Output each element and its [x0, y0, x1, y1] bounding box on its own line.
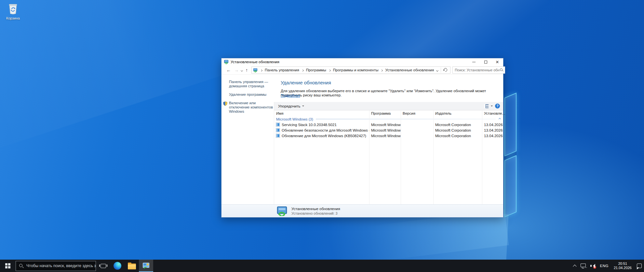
volume-muted-badge: ✕ — [593, 266, 596, 269]
address-dropdown[interactable] — [436, 68, 438, 72]
column-divider[interactable] — [482, 110, 482, 204]
sidebar-item-control-panel-home[interactable]: Панель управления — домашняя страница — [229, 80, 269, 88]
column-divider[interactable] — [433, 110, 434, 204]
maximize-button[interactable] — [480, 58, 491, 65]
uac-shield-icon — [223, 101, 227, 107]
back-button[interactable]: ← — [225, 68, 233, 72]
update-row[interactable]: Обновление для Microsoft Windows (KB5082… — [274, 133, 503, 138]
breadcrumb-app-icon — [253, 68, 258, 72]
page-description: Для удаления обновления выберите его в с… — [281, 89, 499, 97]
address-bar: ← → ↑ Панель управления Програм — [221, 65, 503, 75]
address-divider — [441, 67, 441, 73]
organize-button[interactable]: Упорядочить — [277, 104, 305, 109]
action-center-icon — [637, 264, 642, 268]
navigation-pane: Панель управления — домашняя страница Уд… — [221, 75, 274, 204]
update-program: Microsoft Windows — [369, 134, 401, 138]
edge-icon — [114, 262, 121, 270]
update-row[interactable]: Servicing Stack 10.0.20348.5021 Microsof… — [274, 122, 503, 127]
column-header-publisher[interactable]: Издатель — [433, 111, 482, 115]
update-installed-date: 13.04.2026 — [482, 134, 503, 138]
installed-updates-window: Установленные обновления ✕ ← → ↑ — [221, 58, 503, 218]
hidden-icons-button[interactable] — [571, 260, 578, 272]
window-body: Панель управления — домашняя страница Уд… — [221, 75, 503, 204]
network-icon — [581, 264, 586, 267]
window-titlebar[interactable]: Установленные обновления ✕ — [221, 58, 503, 65]
page-title: Удаление обновления — [281, 80, 331, 85]
installed-updates-taskbar-button[interactable] — [139, 260, 153, 272]
breadcrumb[interactable]: Панель управления Программы Программы и … — [251, 66, 450, 74]
recent-pages-dropdown[interactable] — [241, 68, 243, 72]
update-name: Обновление безопасности для Microsoft Wi… — [282, 128, 369, 132]
sidebar-item-uninstall-program[interactable]: Удаление программы — [229, 93, 269, 97]
help-icon[interactable]: ? — [495, 104, 500, 108]
network-button[interactable] — [578, 260, 588, 272]
recycle-bin-shortcut[interactable]: Корзина — [2, 3, 24, 20]
column-header-version[interactable]: Версия — [401, 111, 433, 115]
explorer-search-input[interactable] — [455, 68, 500, 72]
start-button[interactable] — [0, 260, 16, 272]
minimize-button[interactable] — [468, 58, 480, 65]
minimize-icon — [472, 62, 476, 62]
taskbar-search-input[interactable] — [26, 264, 96, 268]
update-name: Servicing Stack 10.0.20348.5021 — [282, 123, 337, 127]
maximize-icon — [484, 61, 487, 64]
action-center-button[interactable] — [635, 260, 644, 272]
clock-time: 20:51 — [614, 262, 632, 266]
edge-button[interactable] — [110, 260, 125, 272]
update-row[interactable]: Обновление безопасности для Microsoft Wi… — [274, 127, 503, 133]
close-button[interactable]: ✕ — [491, 58, 503, 65]
system-tray: ✕ ENG 20:51 21.04.2026 — [571, 260, 644, 272]
desktop: Корзина Установленные обновления ✕ ← → — [0, 0, 644, 272]
update-name: Обновление для Microsoft Windows (KB5082… — [282, 134, 366, 138]
crumb-programs[interactable]: Программы — [305, 68, 327, 72]
installed-updates-icon — [277, 206, 287, 216]
taskbar: ✕ ENG 20:51 21.04.2026 — [0, 260, 644, 272]
taskbar-search[interactable] — [16, 261, 96, 271]
update-publisher: Microsoft Corporation — [433, 123, 482, 127]
update-icon — [276, 122, 280, 127]
taskbar-clock[interactable]: 20:51 21.04.2026 — [611, 262, 635, 270]
crumb-installed-updates[interactable]: Установленные обновления — [384, 68, 435, 72]
volume-muted-icon: ✕ — [590, 264, 596, 268]
close-icon: ✕ — [496, 60, 499, 64]
folder-icon — [128, 264, 136, 269]
details-pane: Установленные обновления Установлено обн… — [221, 204, 503, 217]
update-icon — [276, 134, 280, 138]
crumb-separator-icon — [302, 68, 303, 72]
more-info-link[interactable]: Подробнее — [281, 93, 300, 97]
crumb-separator-icon — [381, 68, 382, 72]
file-explorer-button[interactable] — [125, 260, 139, 272]
crumb-programs-and-features[interactable]: Программы и компоненты — [332, 68, 379, 72]
group-label[interactable]: Microsoft Windows (3) — [276, 117, 313, 121]
column-divider[interactable] — [369, 110, 369, 204]
column-header-name[interactable]: Имя — [274, 111, 369, 115]
search-icon — [500, 68, 503, 72]
task-view-button[interactable] — [96, 260, 110, 272]
crumb-separator-icon — [261, 68, 262, 72]
change-view-dropdown-icon[interactable] — [491, 106, 493, 107]
language-indicator[interactable]: ENG — [598, 260, 611, 272]
group-collapse-icon[interactable] — [498, 118, 501, 121]
refresh-button[interactable] — [442, 68, 449, 72]
column-divider[interactable] — [401, 110, 401, 204]
crumb-control-panel[interactable]: Панель управления — [264, 68, 300, 72]
up-button[interactable]: ↑ — [244, 68, 249, 72]
sidebar-item-windows-features[interactable]: Включение или отключение компонентов Win… — [229, 101, 273, 114]
update-program: Microsoft Windows — [369, 123, 401, 127]
list-header-row: Имя Программа Версия Издатель Установле.… — [274, 110, 503, 116]
details-title: Установленные обновления — [291, 207, 340, 211]
crumb-separator-icon — [329, 68, 330, 72]
change-view-icon[interactable] — [484, 104, 489, 108]
update-installed-date: 13.04.2026 — [482, 123, 503, 127]
wallpaper-window-pane — [504, 93, 517, 156]
sort-direction-icon — [491, 110, 493, 114]
group-divider — [316, 119, 496, 119]
update-publisher: Microsoft Corporation — [433, 134, 482, 138]
volume-button[interactable]: ✕ — [588, 260, 598, 272]
clock-date: 21.04.2026 — [614, 266, 632, 270]
column-header-installed[interactable]: Установле... — [482, 111, 505, 115]
explorer-search[interactable] — [452, 66, 505, 74]
column-header-program[interactable]: Программа — [369, 111, 401, 115]
forward-button[interactable]: → — [233, 68, 240, 72]
organize-dropdown-icon — [302, 106, 304, 107]
